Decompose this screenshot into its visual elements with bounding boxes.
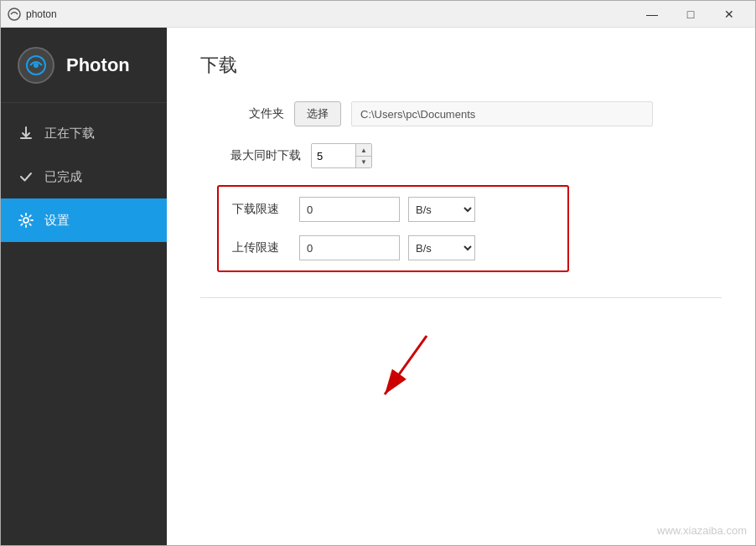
page-title: 下载: [200, 53, 722, 78]
app-icon: [8, 8, 21, 21]
sidebar-item-label: 已完成: [44, 169, 82, 185]
download-icon: [18, 125, 34, 142]
folder-path-input[interactable]: [351, 101, 653, 126]
folder-row: 文件夹 选择: [200, 101, 722, 126]
watermark: www.xiazaiba.com: [657, 524, 747, 537]
download-speed-input[interactable]: [299, 197, 400, 222]
folder-label: 文件夹: [200, 106, 284, 121]
svg-line-5: [385, 336, 427, 394]
app-logo: [18, 47, 54, 84]
sidebar-item-completed[interactable]: 已完成: [1, 155, 167, 198]
content-area: 下载 文件夹 选择 最大同时下载 ▲ ▼: [167, 28, 755, 545]
download-speed-label: 下载限速: [232, 202, 291, 217]
max-concurrent-input[interactable]: [312, 144, 355, 167]
arrow-annotation: [368, 327, 722, 415]
speed-limit-section: 下载限速 B/s KB/s MB/s 上传限速 B/s: [217, 185, 569, 272]
arrow-svg: [368, 327, 469, 411]
upload-speed-input[interactable]: [299, 235, 400, 260]
svg-point-3: [23, 218, 28, 223]
titlebar: photon — □ ✕: [1, 1, 755, 28]
minimize-button[interactable]: —: [633, 1, 671, 28]
upload-speed-row: 上传限速 B/s KB/s MB/s: [232, 235, 554, 260]
sidebar-header: Photon: [1, 28, 167, 103]
folder-select-button[interactable]: 选择: [294, 101, 341, 126]
max-concurrent-label: 最大同时下载: [200, 148, 301, 163]
close-button[interactable]: ✕: [710, 1, 748, 28]
sidebar: Photon 正在下载: [1, 28, 167, 545]
sidebar-nav: 正在下载 已完成: [1, 103, 167, 242]
section-divider: [200, 297, 722, 298]
settings-form: 文件夹 选择 最大同时下载 ▲ ▼: [200, 101, 722, 415]
download-speed-unit-select[interactable]: B/s KB/s MB/s: [408, 197, 475, 222]
upload-speed-unit-select[interactable]: B/s KB/s MB/s: [408, 235, 475, 260]
watermark-text: www.xiazaiba.com: [657, 524, 747, 537]
main-layout: Photon 正在下载: [1, 28, 755, 545]
svg-point-0: [8, 8, 20, 20]
sidebar-item-label: 正在下载: [44, 126, 95, 142]
upload-speed-label: 上传限速: [232, 240, 291, 255]
max-concurrent-row: 最大同时下载 ▲ ▼: [200, 143, 722, 168]
sidebar-item-downloading[interactable]: 正在下载: [1, 111, 167, 155]
sidebar-item-label: 设置: [44, 213, 70, 229]
spinner-up-button[interactable]: ▲: [356, 144, 371, 156]
titlebar-left: photon: [8, 8, 57, 21]
titlebar-controls: — □ ✕: [633, 1, 748, 28]
svg-point-2: [34, 63, 39, 68]
gear-icon: [18, 212, 34, 229]
spinner-buttons: ▲ ▼: [355, 144, 371, 167]
spinner-down-button[interactable]: ▼: [356, 156, 371, 167]
check-icon: [18, 168, 34, 185]
logo-icon: [25, 54, 47, 76]
maximize-button[interactable]: □: [671, 1, 710, 28]
sidebar-app-name: Photon: [66, 54, 130, 76]
app-window: photon — □ ✕ Photon: [0, 0, 756, 546]
sidebar-item-settings[interactable]: 设置: [1, 198, 167, 242]
download-speed-row: 下载限速 B/s KB/s MB/s: [232, 197, 554, 222]
max-concurrent-spinner: ▲ ▼: [311, 143, 372, 168]
titlebar-title: photon: [26, 8, 57, 20]
